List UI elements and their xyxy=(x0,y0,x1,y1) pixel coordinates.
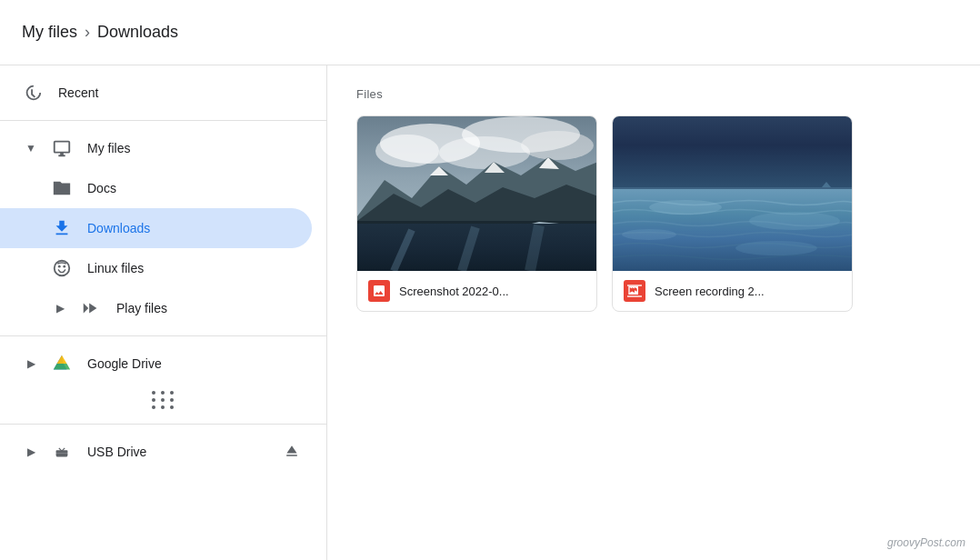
breadcrumb-separator: › xyxy=(85,23,90,42)
sidebar: Recent ▼ My files Docs xyxy=(0,65,327,560)
files-section-label: Files xyxy=(356,87,951,101)
expand-arrow-usb-drive: ▶ xyxy=(22,443,40,461)
sidebar-label-my-files: My files xyxy=(87,141,130,155)
file-info-screenshot: Screenshot 2022-0... xyxy=(357,271,596,311)
sidebar-label-linux-files: Linux files xyxy=(87,261,144,275)
divider-3 xyxy=(0,424,326,425)
sidebar-item-my-files[interactable]: ▼ My files xyxy=(0,128,312,168)
svg-point-2 xyxy=(63,265,65,268)
sidebar-item-docs[interactable]: Docs xyxy=(0,168,312,208)
linux-icon xyxy=(51,257,73,279)
sidebar-item-play-files[interactable]: ▶ Play files xyxy=(0,288,312,328)
svg-point-25 xyxy=(622,229,676,240)
svg-point-8 xyxy=(521,131,594,160)
sidebar-item-google-drive[interactable]: ▶ Google Drive xyxy=(0,344,312,384)
file-info-screen-recording: Screen recording 2... xyxy=(613,271,852,311)
files-grid: Screenshot 2022-0... xyxy=(356,115,951,312)
svg-point-9 xyxy=(439,136,530,169)
divider-2 xyxy=(0,335,326,336)
sidebar-label-play-files: Play files xyxy=(116,301,167,315)
svg-point-24 xyxy=(749,212,840,230)
folder-icon xyxy=(51,177,73,199)
file-thumbnail-screen-recording xyxy=(613,116,852,271)
svg-point-6 xyxy=(375,135,439,167)
file-name-screenshot: Screenshot 2022-0... xyxy=(399,285,509,298)
content-area: Files xyxy=(327,65,980,560)
expand-arrow-my-files: ▼ xyxy=(22,139,40,157)
sidebar-label-google-drive: Google Drive xyxy=(87,356,162,371)
sidebar-item-usb-drive[interactable]: ▶ USB Drive xyxy=(0,432,312,472)
sidebar-label-docs: Docs xyxy=(87,181,116,195)
svg-rect-20 xyxy=(613,116,852,189)
svg-point-23 xyxy=(649,200,722,215)
sidebar-item-linux-files[interactable]: Linux files xyxy=(0,248,312,288)
image-type-icon xyxy=(368,280,390,302)
header: My files › Downloads xyxy=(0,0,980,65)
svg-rect-29 xyxy=(627,295,642,296)
download-icon xyxy=(51,217,73,239)
sidebar-label-recent: Recent xyxy=(58,85,98,100)
sidebar-label-downloads: Downloads xyxy=(87,221,150,235)
svg-point-1 xyxy=(58,265,61,268)
video-type-icon xyxy=(624,280,645,302)
sidebar-item-downloads[interactable]: Downloads xyxy=(0,208,312,248)
breadcrumb-current: Downloads xyxy=(97,23,178,42)
main-layout: Recent ▼ My files Docs xyxy=(0,65,980,560)
expand-arrow-play-files: ▶ xyxy=(51,299,69,317)
file-thumbnail-screenshot xyxy=(357,116,596,271)
sidebar-label-usb-drive: USB Drive xyxy=(87,445,146,459)
expand-arrow-google-drive: ▶ xyxy=(22,355,40,373)
svg-rect-3 xyxy=(56,450,68,454)
divider-1 xyxy=(0,120,326,121)
clock-icon xyxy=(22,82,44,104)
eject-icon[interactable] xyxy=(283,442,301,463)
file-card-screen-recording[interactable]: Screen recording 2... xyxy=(612,115,853,312)
file-name-screen-recording: Screen recording 2... xyxy=(655,285,765,298)
drive-icon xyxy=(51,353,73,375)
dots-grid xyxy=(152,391,175,409)
breadcrumb-parent[interactable]: My files xyxy=(22,23,77,42)
watermark: groovyPost.com xyxy=(887,536,965,549)
file-card-screenshot[interactable]: Screenshot 2022-0... xyxy=(356,115,597,312)
play-icon xyxy=(80,297,102,319)
more-options-dots[interactable] xyxy=(0,384,326,416)
svg-point-26 xyxy=(735,241,817,255)
breadcrumb: My files › Downloads xyxy=(22,23,178,42)
sidebar-item-recent[interactable]: Recent xyxy=(0,73,312,113)
computer-icon xyxy=(51,137,73,159)
svg-rect-28 xyxy=(627,285,642,285)
usb-icon xyxy=(51,441,73,463)
